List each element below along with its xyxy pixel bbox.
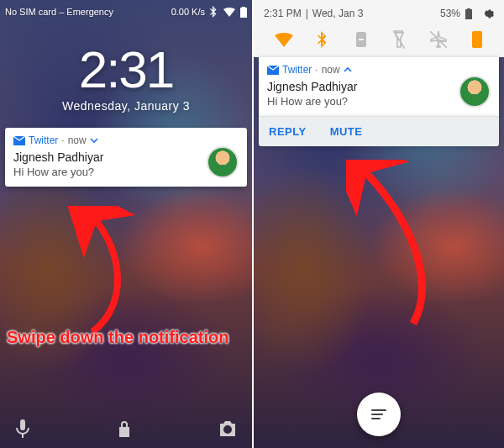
notification-time: now — [68, 134, 87, 146]
wifi-icon — [223, 8, 235, 17]
network-speed: 0.00 K/s — [171, 7, 205, 17]
settings-icon[interactable] — [480, 7, 494, 20]
clock-time: 2:31 — [0, 44, 252, 96]
notification-sender: Jignesh Padhiyar — [13, 150, 103, 164]
notification-header[interactable]: Twitter · now — [13, 134, 239, 146]
mail-icon — [13, 136, 25, 145]
reply-button[interactable]: REPLY — [269, 125, 307, 138]
pipe-separator: | — [306, 8, 308, 19]
camera-icon[interactable] — [218, 421, 237, 436]
bluetooth-icon — [210, 6, 218, 18]
avatar — [459, 76, 491, 108]
notification-shade[interactable]: 2:31 PM | Wed, Jan 3 53% — [254, 0, 504, 57]
notification-message: Hi How are you? — [267, 95, 357, 108]
chevron-down-icon[interactable] — [90, 137, 98, 144]
lockscreen-clock: 2:31 Wednesday, January 3 — [0, 44, 252, 113]
notification-message: Hi How are you? — [13, 166, 103, 178]
svg-rect-0 — [466, 14, 471, 18]
lockscreen-bottom-bar — [0, 419, 252, 438]
qs-wifi-icon[interactable] — [275, 33, 293, 47]
notification-header[interactable]: Twitter · now — [267, 64, 491, 76]
qs-dnd-icon[interactable] — [354, 31, 369, 48]
mute-button[interactable]: MUTE — [330, 125, 363, 138]
notification-actions: REPLY MUTE — [259, 116, 499, 146]
shade-date: Wed, Jan 3 — [312, 8, 363, 19]
quick-settings-row — [260, 25, 497, 57]
avatar — [207, 146, 239, 178]
shade-time: 2:31 PM — [264, 8, 302, 19]
notification-time: now — [322, 64, 340, 76]
chevron-up-icon[interactable] — [344, 66, 352, 73]
svg-rect-3 — [472, 31, 482, 48]
fab-button[interactable] — [357, 393, 401, 436]
notification-app: Twitter — [29, 134, 58, 146]
lock-icon[interactable] — [118, 420, 131, 437]
battery-icon — [465, 8, 472, 19]
svg-rect-2 — [359, 39, 364, 40]
shade-header: 2:31 PM | Wed, Jan 3 53% — [260, 5, 497, 25]
qs-rotation-icon[interactable] — [471, 30, 483, 49]
shade-pane: 2:31 PM | Wed, Jan 3 53% — [252, 0, 504, 448]
notification-card[interactable]: Twitter · now Jignesh Padhiyar Hi How ar… — [259, 57, 499, 116]
clock-date: Wednesday, January 3 — [0, 99, 252, 113]
mail-icon — [267, 66, 279, 75]
qs-airplane-icon[interactable] — [430, 31, 447, 48]
voice-assist-icon[interactable] — [15, 419, 30, 438]
annotation-text: Swipe down the notification — [7, 328, 228, 347]
notification-sender: Jignesh Padhiyar — [267, 80, 357, 93]
carrier-text: No SIM card – Emergency — [5, 7, 113, 17]
battery-percent: 53% — [440, 8, 460, 19]
dot-separator: · — [61, 134, 64, 146]
battery-icon — [240, 7, 247, 18]
dot-separator: · — [315, 64, 318, 76]
qs-bluetooth-icon[interactable] — [318, 31, 328, 48]
lockscreen-pane: No SIM card – Emergency 0.00 K/s 2:31 We… — [0, 0, 252, 448]
status-bar: No SIM card – Emergency 0.00 K/s — [0, 0, 252, 20]
notification-card[interactable]: Twitter · now Jignesh Padhiyar Hi How ar… — [5, 128, 247, 187]
qs-flashlight-icon[interactable] — [393, 30, 405, 49]
notification-app: Twitter — [282, 64, 312, 76]
menu-icon — [371, 409, 386, 419]
